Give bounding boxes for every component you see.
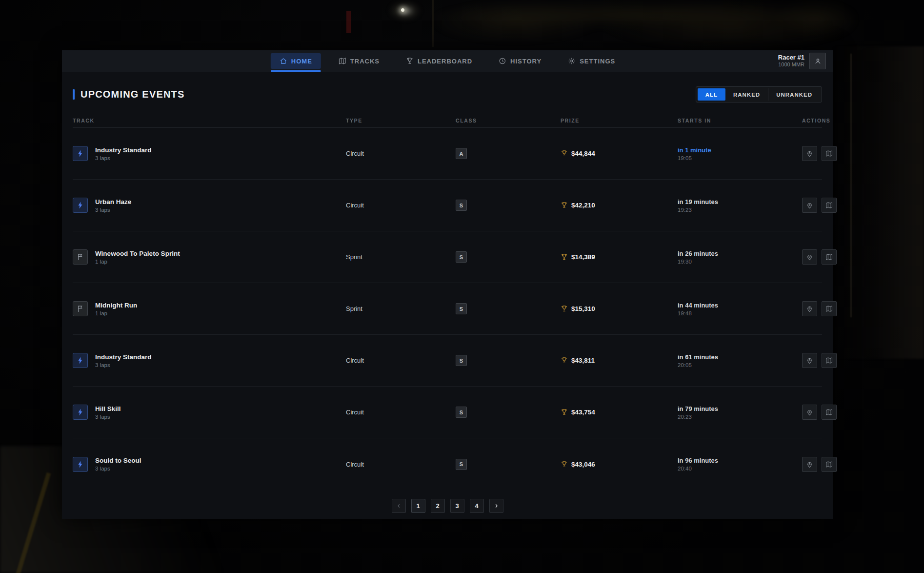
filter-button-all[interactable]: ALL (698, 88, 725, 101)
user-info: Racer #1 1000 MMR (778, 50, 826, 72)
pagination-page-2[interactable]: 2 (431, 499, 445, 513)
waypoint-button[interactable] (802, 249, 817, 265)
background-lamp-light (401, 8, 404, 12)
start-time: 19:48 (678, 310, 802, 316)
track-laps: 1 lap (95, 259, 180, 265)
class-cell: S (456, 459, 561, 470)
sprint-icon (73, 301, 88, 316)
nav-item-history[interactable]: HISTORY (486, 50, 550, 72)
person-icon (814, 57, 822, 65)
trophy-icon (561, 461, 568, 468)
event-row[interactable]: Hill Skill 3 laps Circuit S $43,754 in 7… (73, 387, 822, 438)
start-time: 20:23 (678, 414, 802, 420)
map-button[interactable] (822, 146, 837, 161)
starts-cell: in 26 minutes 19:30 (678, 250, 802, 265)
track-cell: Industry Standard 3 laps (73, 146, 346, 161)
class-cell: S (456, 251, 561, 263)
starts-cell: in 44 minutes 19:48 (678, 302, 802, 316)
event-type: Circuit (346, 409, 456, 416)
pagination-page-3[interactable]: 3 (450, 499, 464, 513)
event-row[interactable]: Midnight Run 1 lap Sprint S $15,310 in 4… (73, 283, 822, 335)
circuit-icon (73, 146, 88, 161)
nav-item-label: LEADERBOARD (418, 58, 472, 65)
event-type: Sprint (346, 253, 456, 261)
filter-button-ranked[interactable]: RANKED (725, 88, 768, 101)
page-header: UPCOMING EVENTS ALLRANKEDUNRANKED (73, 86, 822, 102)
chevron-right-icon (493, 503, 500, 509)
column-header-prize: PRIZE (561, 118, 678, 123)
event-row[interactable]: Sould to Seoul 3 laps Circuit S $43,046 … (73, 438, 822, 490)
map-button[interactable] (822, 405, 837, 420)
class-cell: S (456, 407, 561, 418)
title-accent-bar (73, 89, 75, 100)
column-header-actions: ACTIONS (802, 118, 830, 123)
track-laps: 3 laps (95, 362, 152, 368)
class-badge: S (456, 251, 467, 263)
nav-item-home[interactable]: HOME (271, 50, 321, 72)
map-button[interactable] (822, 301, 837, 316)
circuit-icon (73, 405, 88, 420)
map-icon (825, 357, 833, 364)
navbar: HOME TRACKS LEADERBOARD HISTORY SETTINGS… (62, 50, 833, 72)
filter-group: ALLRANKEDUNRANKED (696, 86, 822, 102)
background-wall (831, 46, 924, 359)
prize-cell: $43,754 (561, 409, 678, 416)
map-button[interactable] (822, 353, 837, 368)
pagination-page-1[interactable]: 1 (411, 499, 425, 513)
track-laps: 3 laps (95, 207, 131, 213)
sprint-icon (73, 249, 88, 265)
actions-cell (802, 457, 837, 472)
waypoint-button[interactable] (802, 198, 817, 213)
content-area: UPCOMING EVENTS ALLRANKEDUNRANKED TRACK … (62, 86, 833, 513)
actions-cell (802, 249, 837, 265)
prize-amount: $44,844 (571, 150, 595, 157)
starts-in: in 96 minutes (678, 457, 802, 464)
event-row[interactable]: Urban Haze 3 laps Circuit S $42,210 in 1… (73, 180, 822, 231)
event-row[interactable]: Industry Standard 3 laps Circuit S $43,8… (73, 335, 822, 387)
event-type: Circuit (346, 461, 456, 468)
prize-cell: $44,844 (561, 150, 678, 157)
waypoint-button[interactable] (802, 353, 817, 368)
column-header-starts-in: STARTS IN (678, 118, 802, 123)
class-badge: S (456, 200, 467, 211)
track-name: Hill Skill (95, 405, 121, 412)
map-icon (825, 305, 833, 312)
pagination-page-4[interactable]: 4 (470, 499, 484, 513)
nav-item-leaderboard[interactable]: LEADERBOARD (393, 50, 481, 72)
map-button[interactable] (822, 457, 837, 472)
track-name: Industry Standard (95, 146, 152, 154)
track-cell: Hill Skill 3 laps (73, 405, 346, 420)
map-icon (825, 409, 833, 416)
trophy-icon (561, 357, 568, 364)
event-row[interactable]: Winewood To Paleto Sprint 1 lap Sprint S… (73, 231, 822, 283)
nav-item-tracks[interactable]: TRACKS (326, 50, 388, 72)
nav-item-label: SETTINGS (580, 58, 615, 65)
track-name: Winewood To Paleto Sprint (95, 250, 180, 257)
starts-in: in 79 minutes (678, 405, 802, 412)
track-laps: 3 laps (95, 414, 121, 420)
avatar-button[interactable] (809, 53, 826, 69)
event-row[interactable]: Industry Standard 3 laps Circuit A $44,8… (73, 128, 822, 180)
nav-item-label: TRACKS (350, 58, 380, 65)
map-button[interactable] (822, 249, 837, 265)
user-mmr: 1000 MMR (778, 61, 804, 68)
starts-in: in 61 minutes (678, 353, 802, 361)
waypoint-button[interactable] (802, 457, 817, 472)
actions-cell (802, 353, 837, 368)
pagination-prev-button[interactable] (392, 499, 406, 513)
event-type: Circuit (346, 150, 456, 157)
pin-icon (806, 305, 813, 312)
home-icon (280, 57, 287, 65)
pagination-next-button[interactable] (489, 499, 503, 513)
starts-cell: in 96 minutes 20:40 (678, 457, 802, 471)
filter-button-unranked[interactable]: UNRANKED (768, 88, 820, 101)
trophy-icon (561, 253, 568, 261)
nav-item-settings[interactable]: SETTINGS (555, 50, 624, 72)
map-button[interactable] (822, 198, 837, 213)
waypoint-button[interactable] (802, 301, 817, 316)
waypoint-button[interactable] (802, 405, 817, 420)
track-cell: Industry Standard 3 laps (73, 353, 346, 368)
chevron-left-icon (396, 503, 402, 509)
waypoint-button[interactable] (802, 146, 817, 161)
prize-cell: $43,046 (561, 461, 678, 468)
